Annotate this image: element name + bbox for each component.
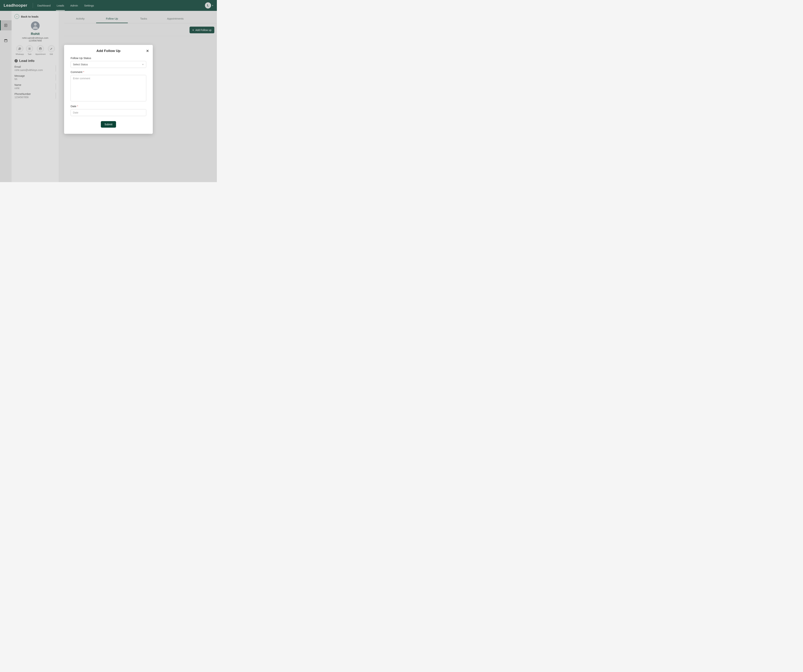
select-caret-icon: ▼ — [142, 63, 144, 65]
status-label: Follow Up Status — [71, 57, 146, 60]
add-followup-modal: Add Follow Up Follow Up Status Select St… — [64, 45, 153, 134]
close-icon — [146, 49, 149, 52]
status-placeholder: Select Status — [73, 63, 88, 66]
modal-title: Add Follow Up — [71, 49, 146, 53]
required-star: * — [83, 70, 84, 73]
comment-textarea[interactable] — [71, 75, 146, 101]
modal-overlay: Add Follow Up Follow Up Status Select St… — [0, 0, 217, 182]
date-label: Date * — [71, 105, 146, 108]
modal-close-button[interactable] — [146, 49, 149, 54]
status-select[interactable]: Select Status ▼ — [71, 61, 146, 68]
comment-label: Comment * — [71, 70, 146, 73]
required-star: * — [77, 105, 78, 108]
date-input[interactable] — [71, 109, 146, 116]
submit-button[interactable]: Submit — [101, 121, 116, 128]
